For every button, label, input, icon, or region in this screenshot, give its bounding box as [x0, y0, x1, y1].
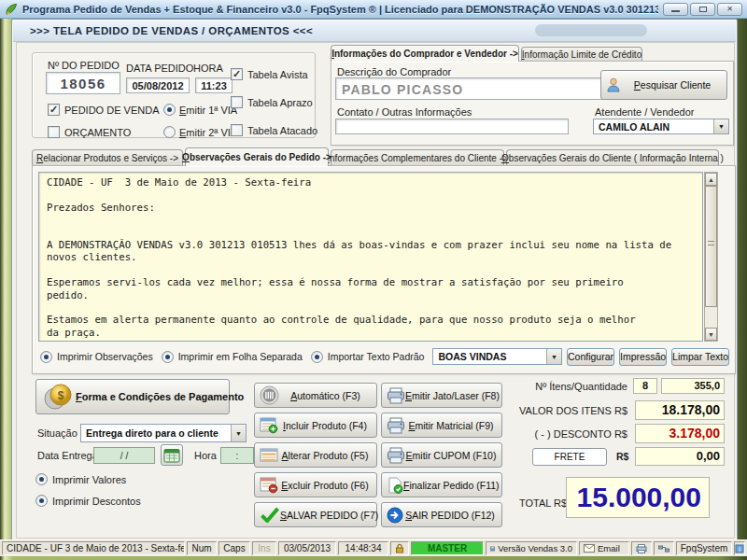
frete-button[interactable]: FRETE: [532, 448, 607, 466]
close-button[interactable]: ✕: [717, 3, 742, 16]
sheet-edit-icon: [260, 447, 278, 464]
hora-entrega-label: Hora: [194, 450, 217, 461]
order-number-field[interactable]: 18056: [46, 72, 120, 94]
itens-quantidade-label: Nº Ítens/Quantidade: [428, 381, 627, 392]
order-time-label: HORA: [193, 63, 223, 74]
atendente-label: Atendente / Vendedor: [595, 106, 694, 118]
frete-field: 0,00: [635, 447, 725, 466]
screen-title: >>> TELA PEDIDO DE VENDAS / ORÇAMENTOS <…: [30, 25, 313, 36]
desconto-label: ( - ) DESCONTO R$: [428, 428, 627, 440]
sair-pedido-button[interactable]: SAIR PEDIDO (F12): [381, 502, 502, 527]
status-email[interactable]: Email: [579, 541, 629, 555]
tab-limite-credito[interactable]: Informação Limite de Crédito: [521, 47, 642, 62]
status-version: Versão Vendas 3.0: [486, 541, 577, 555]
atendente-dropdown[interactable]: CAMILO ALAIN ▼: [593, 119, 729, 134]
order-date-field[interactable]: 05/08/2012: [126, 77, 190, 93]
emitir-cupom-button[interactable]: Emitir CUPOM (F10): [381, 442, 502, 468]
limpar-texto-button[interactable]: Limpar Texto: [671, 348, 729, 366]
observations-options-row: Imprimir Observações Imprimir em Folha S…: [40, 347, 729, 366]
quantidade-field: 355,0: [661, 378, 725, 394]
contato-label: Contato / Outras Informações: [337, 106, 472, 118]
pedido-venda-label: PEDIDO DE VENDA: [64, 105, 159, 116]
status-info-segment: i: [734, 541, 745, 555]
tabela-atacado-checkbox[interactable]: [231, 124, 243, 136]
tabela-avista-checkbox[interactable]: [231, 68, 243, 80]
observations-panel: CIDADE - UF 3 de Maio de 2013 - Sexta-fe…: [32, 165, 736, 374]
buyer-name-field[interactable]: PABLO PICASSO: [335, 77, 617, 100]
pedido-venda-checkbox[interactable]: [48, 104, 60, 116]
imprimir-descontos-radio[interactable]: [35, 495, 48, 507]
svg-text:$: $: [58, 389, 64, 402]
impressao-button[interactable]: Impressão: [619, 348, 667, 366]
pesquisar-cliente-button[interactable]: Pesquisar Cliente: [600, 70, 727, 100]
sheet-add-icon: [260, 417, 278, 434]
imprimir-folha-separada-radio[interactable]: [162, 351, 174, 363]
orcamento-checkbox[interactable]: [48, 126, 60, 138]
emitir-1via-radio[interactable]: [163, 104, 176, 116]
buyer-description-label: Descrição do Comprador: [337, 66, 451, 77]
status-master-badge: MASTER: [411, 541, 484, 555]
printer-icon: [636, 544, 647, 553]
person-icon: [605, 77, 622, 93]
memo-scrollbar[interactable]: ▲ ▼: [704, 172, 718, 342]
app-window: Programa Pedido de Vendas + Estoque & Fi…: [0, 0, 747, 560]
screen-header: >>> TELA PEDIDO DE VENDAS / ORÇAMENTOS <…: [13, 21, 736, 42]
chevron-down-icon: ▼: [546, 349, 561, 364]
total-field: 15.000,00: [566, 477, 710, 518]
incluir-produto-button[interactable]: Incluir Produto (F4): [254, 413, 377, 438]
orcamento-label: ORÇAMENTO: [64, 127, 131, 138]
minimize-button[interactable]: [663, 3, 688, 16]
window-title: Programa Pedido de Vendas + Estoque & Fi…: [22, 4, 658, 15]
tab-comprador-vendedor[interactable]: Informações do Comprador e Vendedor ->: [331, 45, 519, 62]
status-lock-segment: [390, 541, 409, 555]
contato-field[interactable]: [335, 119, 569, 134]
status-bar: CIDADE - UF 3 de Maio de 2013 - Sexta-fe…: [0, 539, 747, 556]
order-groupbox: Nº DO PEDIDO 18056 DATA PEDIDO HORA 05/0…: [32, 52, 316, 138]
lock-icon: [395, 543, 404, 553]
configurar-button[interactable]: Configurar: [567, 348, 614, 366]
status-num: Num: [187, 541, 217, 555]
network-icon: [658, 545, 669, 553]
imprimir-observacoes-radio[interactable]: [40, 351, 52, 363]
tab-relacionar-produtos[interactable]: Relacionar Produtos e Serviços ->: [32, 149, 183, 165]
scrollbar-thumb[interactable]: [705, 186, 717, 307]
tabela-aprazo-checkbox[interactable]: [231, 96, 243, 108]
alterar-produto-button[interactable]: Alterar Produto (F5): [254, 442, 377, 468]
os-titlebar: Programa Pedido de Vendas + Estoque & Fi…: [0, 0, 747, 19]
order-date-label: DATA PEDIDO: [126, 63, 193, 74]
scroll-down-icon[interactable]: ▼: [705, 328, 717, 341]
tab-informacoes-complementares[interactable]: Informações Complementares do Cliente ->: [331, 149, 504, 165]
valor-itens-field: 18.178,00: [635, 400, 725, 420]
status-network-segment: [654, 541, 674, 555]
tab-observacoes-pedido[interactable]: Observações Gerais do Pedido ->: [185, 147, 329, 166]
restore-button[interactable]: [690, 3, 715, 16]
tabela-aprazo-label: Tabela Aprazo: [247, 97, 313, 108]
situacao-dropdown[interactable]: Entrega direto para o cliente ▼: [80, 424, 247, 442]
tab-observacoes-cliente[interactable]: Observações Gerais do Cliente ( Informaç…: [506, 149, 719, 165]
order-time-field[interactable]: 11:23: [195, 77, 233, 93]
texto-padrao-dropdown[interactable]: BOAS VINDAS ▼: [432, 348, 562, 365]
importar-texto-padrao-radio[interactable]: [311, 351, 323, 363]
emitir-1via-label: Emitir 1ª VIA: [179, 105, 237, 116]
observations-textarea[interactable]: CIDADE - UF 3 de Maio de 2013 - Sexta-fe…: [38, 172, 703, 342]
status-ins: Ins: [252, 541, 276, 555]
total-label: TOTAL R$: [519, 497, 567, 509]
imprimir-valores-radio[interactable]: [35, 473, 48, 485]
forma-pagamento-button[interactable]: $ Forma e Condições de Pagamento: [35, 379, 230, 414]
calendar-button[interactable]: [161, 444, 183, 466]
data-entrega-field[interactable]: / /: [93, 447, 155, 464]
scroll-up-icon[interactable]: ▲: [705, 173, 717, 186]
emitir-2via-radio[interactable]: [163, 126, 176, 138]
status-time: 14:48:34: [338, 541, 388, 555]
imprimir-descontos-label: Imprimir Descontos: [52, 496, 141, 507]
calendar-icon: [163, 448, 180, 463]
chevron-down-icon: ▼: [713, 119, 728, 133]
finalizar-pedido-button[interactable]: Finalizar Pedido (F11): [381, 472, 502, 497]
salvar-pedido-button[interactable]: SALVAR PEDIDO (F7): [254, 502, 377, 527]
automatico-button[interactable]: Automático (F3): [254, 383, 377, 408]
excluir-produto-button[interactable]: Excluir Produto (F6): [254, 472, 377, 497]
hora-entrega-field[interactable]: :: [220, 447, 254, 464]
situacao-label: Situação: [37, 427, 78, 439]
inner-window: >>> TELA PEDIDO DE VENDAS / ORÇAMENTOS <…: [11, 19, 738, 541]
tabela-avista-label: Tabela Avista: [247, 69, 308, 80]
